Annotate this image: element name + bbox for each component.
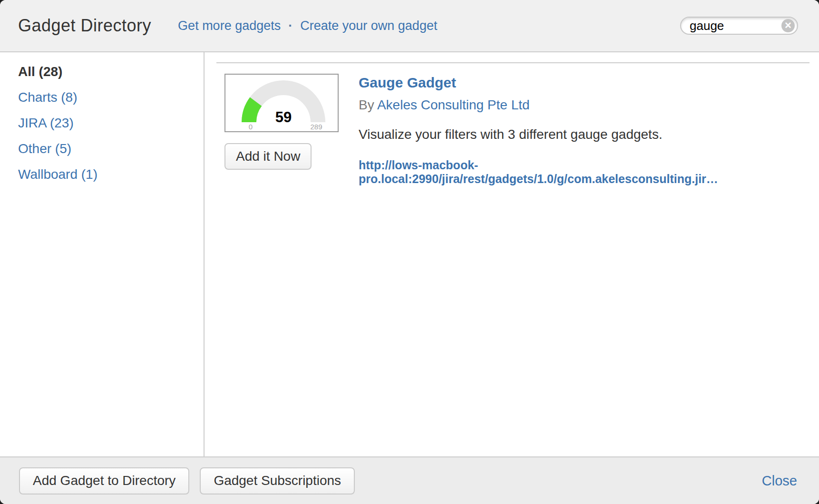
by-prefix: By: [359, 97, 374, 112]
dialog-body: All (28) Charts (8) JIRA (23) Other (5) …: [0, 52, 819, 456]
search-box: ✕: [680, 17, 798, 35]
gauge-chart-icon: 59 0 289: [225, 75, 338, 131]
category-sidebar: All (28) Charts (8) JIRA (23) Other (5) …: [0, 52, 205, 456]
gadget-subscriptions-button[interactable]: Gadget Subscriptions: [200, 467, 355, 494]
gauge-min-label: 0: [249, 123, 253, 131]
add-gadget-to-directory-button[interactable]: Add Gadget to Directory: [19, 467, 189, 494]
search-input[interactable]: [680, 17, 798, 35]
gauge-max-label: 289: [310, 123, 322, 131]
add-it-now-button[interactable]: Add it Now: [224, 143, 312, 170]
sidebar-item-other[interactable]: Other (5): [18, 142, 204, 156]
create-your-own-gadget-link[interactable]: Create your own gadget: [300, 19, 437, 33]
gadget-list: 59 0 289 Add it Now Gauge Gadget By Akel…: [205, 52, 819, 456]
sidebar-item-charts[interactable]: Charts (8): [18, 90, 204, 105]
gauge-value-label: 59: [275, 109, 292, 126]
gadget-title-link[interactable]: Gauge Gadget: [359, 75, 456, 91]
sidebar-item-all: All (28): [18, 65, 204, 79]
get-more-gadgets-link[interactable]: Get more gadgets: [178, 19, 281, 33]
page-title: Gadget Directory: [18, 16, 151, 36]
gadget-byline: By Akeles Consulting Pte Ltd: [359, 97, 809, 113]
list-divider: [216, 62, 809, 63]
sidebar-item-jira[interactable]: JIRA (23): [18, 116, 204, 130]
gadget-url-link[interactable]: http://lows-macbook-pro.local:2990/jira/…: [359, 158, 809, 186]
clear-search-icon[interactable]: ✕: [781, 19, 795, 32]
gadget-directory-dialog: Gadget Directory Get more gadgets · Crea…: [0, 0, 819, 504]
dialog-footer: Add Gadget to Directory Gadget Subscript…: [0, 456, 819, 504]
gadget-card: 59 0 289 Add it Now Gauge Gadget By Akel…: [224, 74, 809, 186]
gauge-thumbnail: 59 0 289: [224, 74, 339, 132]
dialog-header: Gadget Directory Get more gadgets · Crea…: [0, 0, 819, 52]
header-links: Get more gadgets · Create your own gadge…: [178, 19, 437, 33]
gadget-description: Visualize your filters with 3 different …: [359, 127, 809, 142]
link-separator: ·: [288, 19, 292, 33]
close-link[interactable]: Close: [762, 473, 797, 489]
sidebar-item-wallboard[interactable]: Wallboard (1): [18, 167, 204, 182]
vendor-link[interactable]: Akeles Consulting Pte Ltd: [377, 97, 530, 112]
